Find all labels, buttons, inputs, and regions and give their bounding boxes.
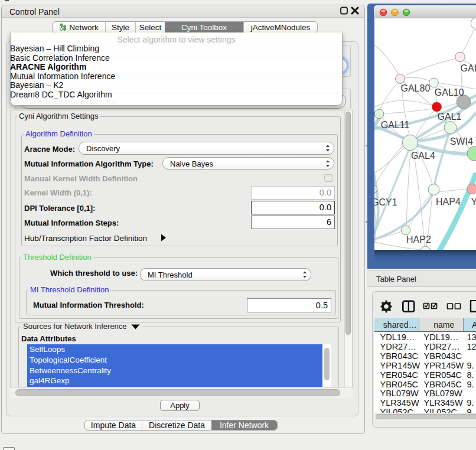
- svg-text:GAL4: GAL4: [411, 151, 435, 161]
- svg-text:HAP4: HAP4: [436, 197, 461, 207]
- svg-text:GAL1: GAL1: [438, 112, 462, 122]
- svg-text:GAL: GAL: [461, 63, 476, 73]
- svg-text:HAP2: HAP2: [406, 234, 431, 244]
- svg-text:GCY1: GCY1: [374, 197, 397, 207]
- svg-text:GAL10: GAL10: [435, 87, 464, 97]
- svg-text:GAL80: GAL80: [401, 83, 431, 93]
- svg-text:GAL11: GAL11: [381, 120, 410, 130]
- svg-text:SWI4: SWI4: [450, 136, 473, 146]
- svg-text:Y: Y: [471, 197, 476, 207]
